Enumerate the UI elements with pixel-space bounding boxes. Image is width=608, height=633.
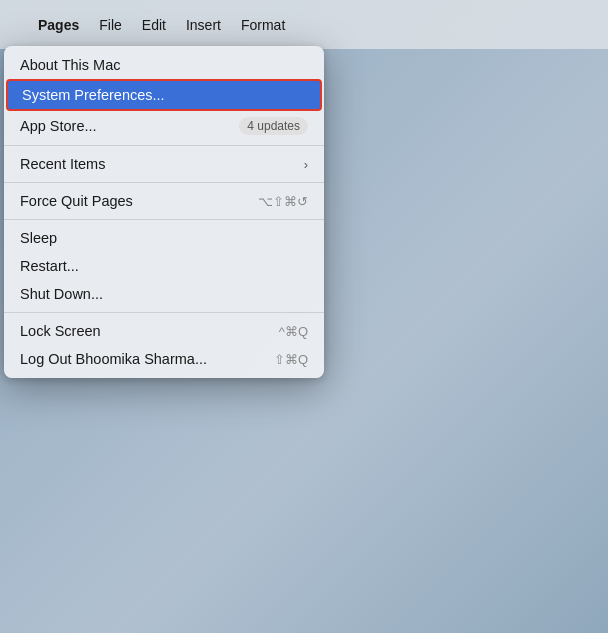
menu-item-shut-down[interactable]: Shut Down... xyxy=(4,280,324,308)
menu-item-log-out-shortcut: ⇧⌘Q xyxy=(274,352,308,367)
menu-item-app-store-label: App Store... xyxy=(20,118,97,134)
menu-item-sleep[interactable]: Sleep xyxy=(4,224,324,252)
menu-item-force-quit-label: Force Quit Pages xyxy=(20,193,133,209)
menu-item-restart-label: Restart... xyxy=(20,258,79,274)
divider-1 xyxy=(4,145,324,146)
chevron-right-icon: › xyxy=(304,157,308,172)
menu-item-app-store[interactable]: App Store... 4 updates xyxy=(4,111,324,141)
menubar-item-pages[interactable]: Pages xyxy=(28,13,89,37)
menu-item-system-prefs-label: System Preferences... xyxy=(22,87,165,103)
divider-4 xyxy=(4,312,324,313)
menu-item-recent-items[interactable]: Recent Items › xyxy=(4,150,324,178)
menu-item-about-label: About This Mac xyxy=(20,57,120,73)
menu-item-force-quit-shortcut: ⌥⇧⌘↺ xyxy=(258,194,308,209)
menu-item-system-prefs[interactable]: System Preferences... xyxy=(6,79,322,111)
menu-item-lock-screen-label: Lock Screen xyxy=(20,323,101,339)
menu-item-sleep-label: Sleep xyxy=(20,230,57,246)
menubar-item-edit[interactable]: Edit xyxy=(132,13,176,37)
menubar-item-file[interactable]: File xyxy=(89,13,132,37)
divider-2 xyxy=(4,182,324,183)
menu-item-lock-screen[interactable]: Lock Screen ^⌘Q xyxy=(4,317,324,345)
menu-item-about[interactable]: About This Mac xyxy=(4,51,324,79)
menu-item-shut-down-label: Shut Down... xyxy=(20,286,103,302)
apple-dropdown-menu: About This Mac System Preferences... App… xyxy=(4,46,324,378)
menu-item-restart[interactable]: Restart... xyxy=(4,252,324,280)
menubar: Pages File Edit Insert Format xyxy=(0,0,608,49)
menubar-item-format[interactable]: Format xyxy=(231,13,295,37)
menu-item-log-out-label: Log Out Bhoomika Sharma... xyxy=(20,351,207,367)
divider-3 xyxy=(4,219,324,220)
menu-item-log-out[interactable]: Log Out Bhoomika Sharma... ⇧⌘Q xyxy=(4,345,324,373)
menu-item-force-quit[interactable]: Force Quit Pages ⌥⇧⌘↺ xyxy=(4,187,324,215)
apple-menu-icon[interactable] xyxy=(8,21,28,29)
menu-item-lock-screen-shortcut: ^⌘Q xyxy=(279,324,308,339)
menubar-item-insert[interactable]: Insert xyxy=(176,13,231,37)
app-store-badge: 4 updates xyxy=(239,117,308,135)
menu-item-recent-items-label: Recent Items xyxy=(20,156,105,172)
